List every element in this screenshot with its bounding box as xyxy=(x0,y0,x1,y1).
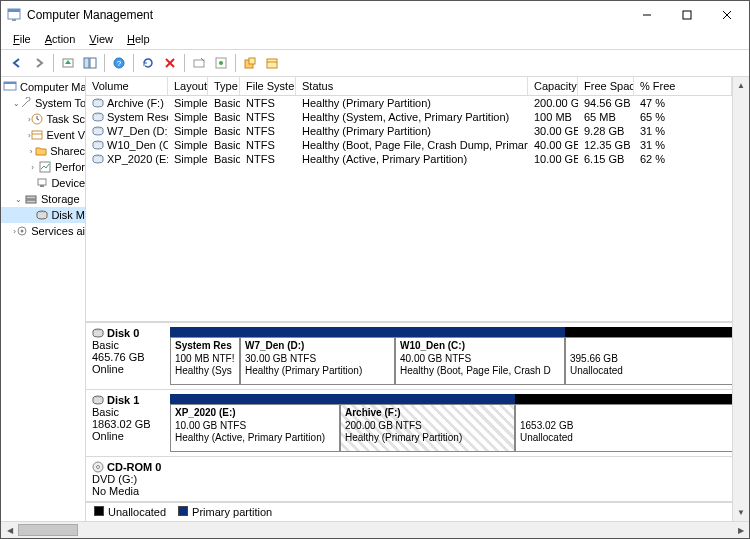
tree-device-manager[interactable]: ›Device xyxy=(1,175,85,191)
menubar: File Action View Help xyxy=(1,29,749,50)
horizontal-scrollbar[interactable]: ◀ ▶ xyxy=(1,521,749,538)
services-icon xyxy=(16,224,28,238)
partition-box[interactable]: System Res100 MB NTF!Healthy (Sys xyxy=(170,337,240,385)
expand-icon[interactable]: › xyxy=(27,146,35,157)
tree-services[interactable]: ›Services ai xyxy=(1,223,85,239)
tree-shared-folders[interactable]: ›Sharec xyxy=(1,143,85,159)
tree-performance[interactable]: ›Perfor xyxy=(1,159,85,175)
volume-row[interactable]: W7_Den (D:)SimpleBasicNTFSHealthy (Prima… xyxy=(86,124,732,138)
disk-partitions: XP_2020 (E:)10.00 GB NTFSHealthy (Active… xyxy=(170,394,735,452)
legend-primary: Primary partition xyxy=(178,506,272,518)
help-button[interactable]: ? xyxy=(109,53,129,73)
computer-icon xyxy=(3,80,17,94)
volume-list[interactable]: Archive (F:)SimpleBasicNTFSHealthy (Prim… xyxy=(86,96,732,166)
volume-row[interactable]: System ReservedSimpleBasicNTFSHealthy (S… xyxy=(86,110,732,124)
menu-help[interactable]: Help xyxy=(121,31,156,47)
tree-system-tools[interactable]: ⌄ System To xyxy=(1,95,85,111)
svg-rect-24 xyxy=(32,131,42,139)
svg-text:?: ? xyxy=(117,59,122,68)
clock-icon xyxy=(31,112,43,126)
menu-action[interactable]: Action xyxy=(39,31,82,47)
svg-rect-29 xyxy=(26,196,36,199)
show-hide-tree-button[interactable] xyxy=(80,53,100,73)
toolbar-btn-c[interactable] xyxy=(262,53,282,73)
folder-icon xyxy=(35,144,47,158)
toolbar-btn-a[interactable] xyxy=(189,53,209,73)
svg-rect-19 xyxy=(267,59,277,68)
vertical-scrollbar[interactable]: ▲ ▼ xyxy=(732,77,749,521)
window-title: Computer Management xyxy=(27,8,627,22)
app-icon xyxy=(7,8,21,22)
back-button[interactable] xyxy=(7,53,27,73)
partition-box[interactable]: W10_Den (C:)40.00 GB NTFSHealthy (Boot, … xyxy=(395,337,565,385)
disk-info: Disk 0Basic465.76 GBOnline xyxy=(92,327,164,385)
partition-box[interactable]: W7_Den (D:)30.00 GB NTFSHealthy (Primary… xyxy=(240,337,395,385)
content-pane: Volume Layout Type File System Status Ca… xyxy=(86,77,732,521)
partition-box[interactable]: XP_2020 (E:)10.00 GB NTFSHealthy (Active… xyxy=(170,404,340,452)
tree-disk-management[interactable]: ›Disk M xyxy=(1,207,85,223)
refresh-button[interactable] xyxy=(138,53,158,73)
menu-file[interactable]: File xyxy=(7,31,37,47)
maximize-button[interactable] xyxy=(667,2,707,28)
tree-storage[interactable]: ⌄Storage xyxy=(1,191,85,207)
collapse-icon[interactable]: ⌄ xyxy=(13,194,24,205)
col-type[interactable]: Type xyxy=(208,77,240,95)
col-freespace[interactable]: Free Space xyxy=(578,77,634,95)
svg-rect-30 xyxy=(26,200,36,203)
device-icon xyxy=(36,176,48,190)
storage-icon xyxy=(24,192,38,206)
col-layout[interactable]: Layout xyxy=(168,77,208,95)
forward-button[interactable] xyxy=(29,53,49,73)
collapse-icon[interactable]: ⌄ xyxy=(13,98,20,109)
disk-row: Disk 1Basic1863.02 GBOnlineXP_2020 (E:)1… xyxy=(86,390,732,457)
col-pctfree[interactable]: % Free xyxy=(634,77,732,95)
volume-row[interactable]: Archive (F:)SimpleBasicNTFSHealthy (Prim… xyxy=(86,96,732,110)
volume-row[interactable]: W10_Den (C:)SimpleBasicNTFSHealthy (Boot… xyxy=(86,138,732,152)
legend-unallocated: Unallocated xyxy=(94,506,166,518)
toolbar: ? xyxy=(1,50,749,77)
toolbar-btn-b[interactable] xyxy=(240,53,260,73)
scroll-thumb[interactable] xyxy=(18,524,78,536)
svg-rect-2 xyxy=(12,19,16,21)
col-status[interactable]: Status xyxy=(296,77,528,95)
partition-box[interactable]: Archive (F:)200.00 GB NTFSHealthy (Prima… xyxy=(340,404,515,452)
tree-root[interactable]: Computer Ma xyxy=(1,79,85,95)
disk-info: Disk 1Basic1863.02 GBOnline xyxy=(92,394,164,452)
tools-icon xyxy=(20,96,32,110)
col-filesystem[interactable]: File System xyxy=(240,77,296,95)
menu-view[interactable]: View xyxy=(83,31,119,47)
nav-tree[interactable]: Computer Ma ⌄ System To ›Task Sc ›Event … xyxy=(1,77,86,521)
close-button[interactable] xyxy=(707,2,747,28)
legend: Unallocated Primary partition xyxy=(86,502,732,521)
svg-rect-14 xyxy=(194,60,204,67)
disk-partitions: System Res100 MB NTF!Healthy (SysW7_Den … xyxy=(170,327,735,385)
event-icon xyxy=(31,128,43,142)
up-button[interactable] xyxy=(58,53,78,73)
svg-rect-22 xyxy=(4,82,16,84)
list-empty-area xyxy=(86,166,732,322)
scroll-down-button[interactable]: ▼ xyxy=(733,504,749,521)
svg-rect-27 xyxy=(38,179,46,185)
disk-partitions xyxy=(170,461,726,497)
partition-box[interactable]: 395.66 GBUnallocated xyxy=(565,337,735,385)
tree-event-viewer[interactable]: ›Event V xyxy=(1,127,85,143)
col-volume[interactable]: Volume xyxy=(86,77,168,95)
col-capacity[interactable]: Capacity xyxy=(528,77,578,95)
expand-icon[interactable]: › xyxy=(27,162,38,173)
minimize-button[interactable] xyxy=(627,2,667,28)
tree-task-scheduler[interactable]: ›Task Sc xyxy=(1,111,85,127)
volume-row[interactable]: XP_2020 (E:)SimpleBasicNTFSHealthy (Acti… xyxy=(86,152,732,166)
svg-rect-4 xyxy=(683,11,691,19)
scroll-left-button[interactable]: ◀ xyxy=(1,522,18,539)
disk-info: CD-ROM 0DVD (G:)No Media xyxy=(92,461,164,497)
delete-button[interactable] xyxy=(160,53,180,73)
disk-row: CD-ROM 0DVD (G:)No Media xyxy=(86,457,732,502)
partition-box[interactable]: 1653.02 GBUnallocated xyxy=(515,404,735,452)
disk-map: Disk 0Basic465.76 GBOnlineSystem Res100 … xyxy=(86,322,732,502)
svg-rect-9 xyxy=(90,58,96,68)
svg-rect-28 xyxy=(40,185,44,187)
properties-button[interactable] xyxy=(211,53,231,73)
svg-point-33 xyxy=(21,230,24,233)
scroll-right-button[interactable]: ▶ xyxy=(732,522,749,539)
scroll-up-button[interactable]: ▲ xyxy=(733,77,749,94)
